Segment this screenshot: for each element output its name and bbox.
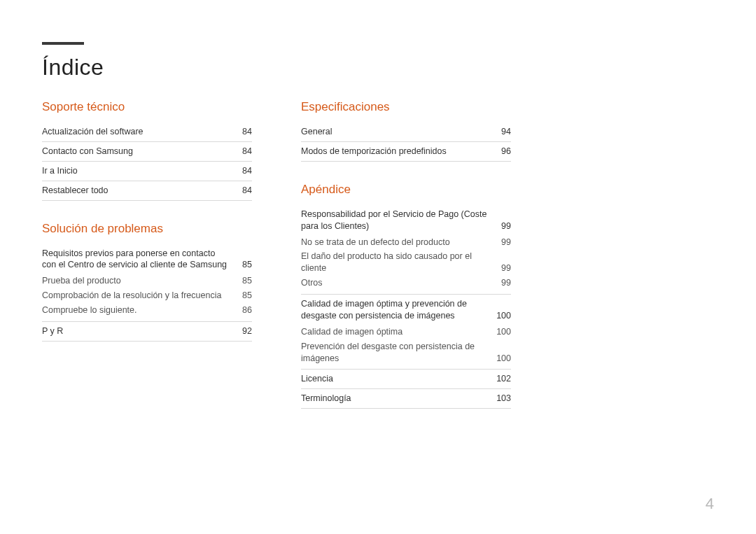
toc-entry-label: Actualización del software bbox=[42, 126, 235, 138]
toc-section: EspecificacionesGeneral94Modos de tempor… bbox=[301, 100, 511, 162]
toc-entry[interactable]: Actualización del software84 bbox=[42, 122, 252, 142]
toc-entry-label: Terminología bbox=[301, 393, 494, 405]
toc-subentry-label: Calidad de imagen óptima bbox=[301, 326, 494, 338]
toc-entry[interactable]: Terminología103 bbox=[301, 389, 511, 409]
toc-subentry-label: Prueba del producto bbox=[42, 275, 235, 287]
toc-subentry[interactable]: El daño del producto ha sido causado por… bbox=[301, 250, 511, 276]
toc-entry-page: 94 bbox=[494, 126, 511, 138]
toc-entry-label: Ir a Inicio bbox=[42, 165, 235, 177]
toc-entry[interactable]: Ir a Inicio84 bbox=[42, 162, 252, 181]
toc-subentry-page: 99 bbox=[494, 277, 511, 289]
toc-entry[interactable]: Licencia102 bbox=[301, 370, 511, 389]
toc-subentry-label: Prevención del desgaste con persistencia… bbox=[301, 341, 494, 365]
section-heading[interactable]: Soporte técnico bbox=[42, 100, 252, 114]
toc-subentry-label: Compruebe lo siguiente. bbox=[42, 304, 235, 316]
page-title: Índice bbox=[42, 55, 714, 80]
toc-entry-label: Restablecer todo bbox=[42, 185, 235, 197]
toc-entry-page: 100 bbox=[494, 310, 511, 322]
toc-entry-group: General94 bbox=[301, 122, 511, 142]
toc-entry-page: 85 bbox=[235, 259, 252, 271]
toc-entry-group: Terminología103 bbox=[301, 389, 511, 409]
section-heading[interactable]: Solución de problemas bbox=[42, 222, 252, 236]
toc-section: ApéndiceResponsabilidad por el Servicio … bbox=[301, 183, 511, 409]
toc-entry-label: P y R bbox=[42, 325, 235, 337]
toc-entry[interactable]: P y R92 bbox=[42, 322, 252, 342]
toc-subentry[interactable]: Prueba del producto85 bbox=[42, 274, 252, 289]
toc-entry-label: Licencia bbox=[301, 373, 494, 385]
toc-subentry-page: 85 bbox=[235, 290, 252, 302]
title-rule bbox=[42, 42, 84, 45]
toc-subentry-label: Otros bbox=[301, 277, 494, 289]
toc-section: Soporte técnicoActualización del softwar… bbox=[42, 100, 252, 201]
toc-entry-group: Contacto con Samsung84 bbox=[42, 142, 252, 162]
toc-entry-group: Requisitos previos para ponerse en conta… bbox=[42, 244, 252, 322]
toc-subentry[interactable]: Calidad de imagen óptima100 bbox=[301, 325, 511, 340]
toc-subentry-page: 86 bbox=[235, 304, 252, 316]
toc-entry-group: Restablecer todo84 bbox=[42, 181, 252, 201]
toc-entry-group: P y R92 bbox=[42, 322, 252, 342]
toc-entry-label: Responsabilidad por el Servicio de Pago … bbox=[301, 209, 494, 232]
toc-column-right: EspecificacionesGeneral94Modos de tempor… bbox=[301, 100, 511, 430]
toc-subentry-label: El daño del producto ha sido causado por… bbox=[301, 251, 494, 274]
toc-subentry-label: No se trata de un defecto del producto bbox=[301, 237, 494, 248]
toc-entry-page: 92 bbox=[235, 325, 252, 337]
page-number: 4 bbox=[706, 495, 714, 513]
toc-entry-group: Modos de temporización predefinidos96 bbox=[301, 142, 511, 162]
toc-subentry-label: Comprobación de la resolución y la frecu… bbox=[42, 290, 235, 302]
toc-entry-page: 84 bbox=[235, 185, 252, 197]
toc-entry-group: Licencia102 bbox=[301, 370, 511, 389]
toc-column-left: Soporte técnicoActualización del softwar… bbox=[42, 100, 252, 430]
toc-page: Índice Soporte técnicoActualización del … bbox=[0, 0, 756, 534]
toc-entry[interactable]: Restablecer todo84 bbox=[42, 181, 252, 201]
toc-entry-page: 84 bbox=[235, 146, 252, 157]
toc-entry-label: Requisitos previos para ponerse en conta… bbox=[42, 248, 235, 272]
toc-entry-page: 84 bbox=[235, 126, 252, 138]
toc-entry[interactable]: Requisitos previos para ponerse en conta… bbox=[42, 244, 252, 275]
toc-entry-page: 84 bbox=[235, 165, 252, 177]
toc-entry[interactable]: Contacto con Samsung84 bbox=[42, 142, 252, 162]
toc-entry-group: Responsabilidad por el Servicio de Pago … bbox=[301, 205, 511, 295]
toc-entry-page: 102 bbox=[494, 373, 511, 385]
toc-entry-group: Ir a Inicio84 bbox=[42, 162, 252, 181]
toc-entry-label: Calidad de imagen óptima y prevención de… bbox=[301, 298, 494, 322]
section-heading[interactable]: Apéndice bbox=[301, 183, 511, 197]
toc-subentry[interactable]: Prevención del desgaste con persistencia… bbox=[301, 340, 511, 367]
toc-subentry[interactable]: Otros99 bbox=[301, 276, 511, 291]
toc-entry-page: 99 bbox=[494, 220, 511, 232]
toc-subentry-page: 99 bbox=[494, 237, 511, 248]
toc-entry-group: Calidad de imagen óptima y prevención de… bbox=[301, 295, 511, 370]
toc-entry-label: General bbox=[301, 126, 494, 138]
toc-entry[interactable]: General94 bbox=[301, 122, 511, 142]
toc-entry-group: Actualización del software84 bbox=[42, 122, 252, 142]
toc-subentry[interactable]: No se trata de un defecto del producto99 bbox=[301, 236, 511, 251]
toc-subentry-page: 85 bbox=[235, 275, 252, 287]
toc-entry[interactable]: Responsabilidad por el Servicio de Pago … bbox=[301, 205, 511, 236]
toc-entry-label: Contacto con Samsung bbox=[42, 146, 235, 157]
toc-subentry[interactable]: Comprobación de la resolución y la frecu… bbox=[42, 289, 252, 304]
toc-entry-page: 103 bbox=[494, 393, 511, 405]
toc-entry[interactable]: Calidad de imagen óptima y prevención de… bbox=[301, 295, 511, 325]
toc-section: Solución de problemasRequisitos previos … bbox=[42, 222, 252, 342]
toc-entry-label: Modos de temporización predefinidos bbox=[301, 146, 494, 157]
toc-subentry-page: 100 bbox=[494, 353, 511, 365]
toc-columns: Soporte técnicoActualización del softwar… bbox=[42, 100, 714, 430]
toc-entry-page: 96 bbox=[494, 146, 511, 157]
toc-subentry[interactable]: Compruebe lo siguiente.86 bbox=[42, 304, 252, 318]
toc-subentry-page: 99 bbox=[494, 262, 511, 274]
section-heading[interactable]: Especificaciones bbox=[301, 100, 511, 114]
toc-entry[interactable]: Modos de temporización predefinidos96 bbox=[301, 142, 511, 162]
toc-subentry-page: 100 bbox=[494, 326, 511, 338]
